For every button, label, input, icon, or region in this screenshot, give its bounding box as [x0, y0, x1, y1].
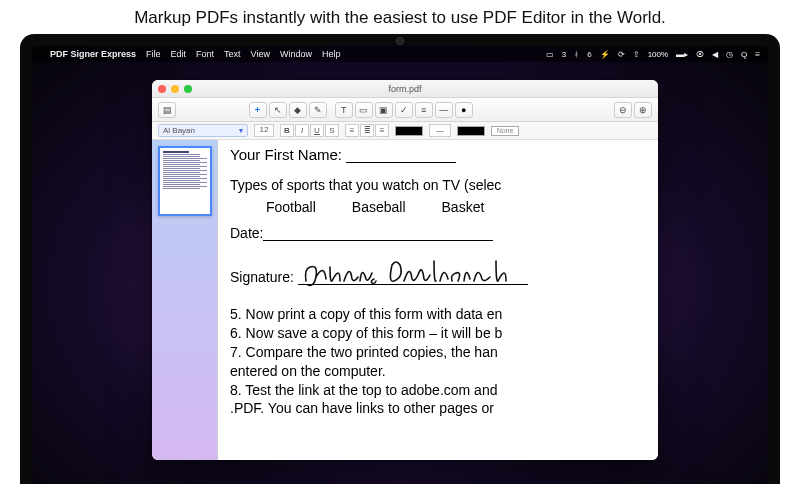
bluetooth-icon[interactable]: ᚼ [574, 50, 579, 59]
menu-text[interactable]: Text [224, 49, 241, 59]
ellipse-fill-tool-button[interactable]: ● [455, 102, 473, 118]
app-window: form.pdf ▤ ＋ ↖ ◆ ✎ T ▭ ▣ ✓ ≡ — [152, 80, 658, 460]
text-color-swatch[interactable] [395, 126, 423, 136]
line-tool-button[interactable]: — [435, 102, 453, 118]
font-size-input[interactable]: 12 [254, 124, 274, 137]
zoom-out-button[interactable]: ⊖ [614, 102, 632, 118]
sync-icon[interactable]: ⟳ [618, 50, 625, 59]
numbered-line-7: 7. Compare the two printed copies, the h… [230, 343, 650, 362]
list-tool-button[interactable]: ≡ [415, 102, 433, 118]
first-name-field[interactable] [346, 151, 456, 163]
font-family-value: Al Bayan [163, 126, 195, 135]
align-right-button[interactable]: ≡ [375, 124, 389, 137]
menu-font[interactable]: Font [196, 49, 214, 59]
menu-file[interactable]: File [146, 49, 161, 59]
battery-icon: ▬▸ [676, 50, 688, 59]
window-fullscreen-button[interactable] [184, 85, 192, 93]
pen-tool-button[interactable]: ✎ [309, 102, 327, 118]
toolbar: ▤ ＋ ↖ ◆ ✎ T ▭ ▣ ✓ ≡ — ● ⊖ [152, 98, 658, 122]
sport-option-baseball: Baseball [352, 199, 406, 215]
status-count-1: 3 [562, 50, 566, 59]
rect-tool-button[interactable]: ▭ [355, 102, 373, 118]
stroke-width-select[interactable]: — [429, 124, 451, 137]
align-left-button[interactable]: ≡ [345, 124, 359, 137]
zoom-in-button[interactable]: ⊕ [634, 102, 652, 118]
sidebar-toggle-button[interactable]: ▤ [158, 102, 176, 118]
menu-edit[interactable]: Edit [171, 49, 187, 59]
format-bar: Al Bayan ▾ 12 B I U S ≡ ≣ ≡ — Non [152, 122, 658, 140]
menu-window[interactable]: Window [280, 49, 312, 59]
underline-button[interactable]: U [310, 124, 324, 137]
window-titlebar[interactable]: form.pdf [152, 80, 658, 98]
marketing-heading: Markup PDFs instantly with the easiest t… [0, 0, 800, 34]
font-family-select[interactable]: Al Bayan ▾ [158, 124, 248, 137]
italic-button[interactable]: I [295, 124, 309, 137]
page-canvas[interactable]: Your First Name: Types of sports that yo… [218, 140, 658, 460]
volume-icon[interactable]: ◀ [712, 50, 718, 59]
bolt-icon: ⚡ [600, 50, 610, 59]
sport-option-football: Football [266, 199, 316, 215]
numbered-line-8: 8. Test the link at the top to adobe.com… [230, 381, 650, 400]
window-title: form.pdf [152, 84, 658, 94]
stroke-color-swatch[interactable] [457, 126, 485, 136]
text-tool-button[interactable]: T [335, 102, 353, 118]
signature-handwriting [300, 255, 520, 291]
checkmark-tool-button[interactable]: ✓ [395, 102, 413, 118]
document-body: Your First Name: Types of sports that yo… [152, 140, 658, 460]
window-minimize-button[interactable] [171, 85, 179, 93]
battery-percent: 100% [648, 50, 668, 59]
app-name-menu[interactable]: PDF Signer Express [50, 49, 136, 59]
fill-color-swatch[interactable]: None [491, 126, 519, 136]
status-count-2: 6 [587, 50, 591, 59]
image-tool-button[interactable]: ▣ [375, 102, 393, 118]
date-field[interactable] [263, 229, 493, 241]
add-tool-button[interactable]: ＋ [249, 102, 267, 118]
eraser-tool-button[interactable]: ◆ [289, 102, 307, 118]
chevron-down-icon: ▾ [239, 126, 243, 135]
clock-icon[interactable]: ◷ [726, 50, 733, 59]
date-label: Date: [230, 225, 263, 241]
thumbnail-sidebar [152, 140, 218, 460]
bold-button[interactable]: B [280, 124, 294, 137]
align-center-button[interactable]: ≣ [360, 124, 374, 137]
search-icon[interactable]: Q [741, 50, 747, 59]
laptop-frame: PDF Signer Express File Edit Font Text V… [20, 34, 780, 484]
numbered-line-5: 5. Now print a copy of this form with da… [230, 305, 650, 324]
numbered-line-8b: .PDF. You can have links to other pages … [230, 399, 650, 418]
window-traffic-lights [158, 85, 192, 93]
numbered-line-6: 6. Now save a copy of this form – it wil… [230, 324, 650, 343]
laptop-camera [397, 38, 403, 44]
upload-icon[interactable]: ⇪ [633, 50, 640, 59]
status-icon-box[interactable]: ▭ [546, 50, 554, 59]
first-name-label: Your First Name: [230, 146, 342, 163]
menu-view[interactable]: View [251, 49, 270, 59]
page-thumbnail-1[interactable] [158, 146, 212, 216]
macos-menubar: PDF Signer Express File Edit Font Text V… [32, 46, 768, 62]
strike-button[interactable]: S [325, 124, 339, 137]
menu-list-icon[interactable]: ≡ [755, 50, 760, 59]
signature-label: Signature: [230, 269, 294, 285]
wifi-icon[interactable]: ⦿ [696, 50, 704, 59]
sport-option-basket: Basket [442, 199, 485, 215]
menu-help[interactable]: Help [322, 49, 341, 59]
pointer-tool-button[interactable]: ↖ [269, 102, 287, 118]
window-close-button[interactable] [158, 85, 166, 93]
signature-field[interactable] [298, 265, 528, 285]
numbered-line-7b: entered on the computer. [230, 362, 650, 381]
macos-desktop: PDF Signer Express File Edit Font Text V… [32, 46, 768, 484]
sports-prompt: Types of sports that you watch on TV (se… [230, 177, 650, 193]
